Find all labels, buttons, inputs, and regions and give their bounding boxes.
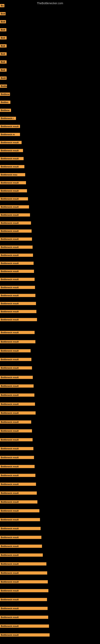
bottleneck-result-label: Bottleneck result [0, 366, 32, 370]
bar-row: Bottleneck result [0, 278, 35, 282]
bottleneck-result-label: Bottleneck result [0, 624, 49, 628]
bottleneck-result-label: Bottleneck result [0, 616, 48, 619]
bar-row: Bottleneck result [0, 294, 35, 298]
bar-row: Bottleneck result [0, 318, 37, 322]
bar-row: Bottleneck result [0, 340, 35, 344]
bar-row: Bottleneck result [0, 262, 34, 266]
bar-row: Bott [0, 12, 6, 16]
bar-row: Bott [0, 28, 6, 32]
bottleneck-result-label: Bottleneck result [0, 205, 29, 208]
bar-row: Bott [0, 68, 7, 72]
bar-row: Bott [0, 44, 7, 48]
bar-row: Bottleneck result [0, 518, 40, 522]
bar-row: Bottleneck result [0, 157, 24, 161]
bar-row: Bottleneck result [0, 302, 36, 306]
bar-row: Bottleneck result [0, 310, 36, 314]
bar-row: Bottleneck result [0, 633, 50, 637]
bar-row: Bottleneck result [0, 598, 47, 602]
bar-row: Bottlene [0, 109, 11, 113]
bottleneck-result-label: Bottleneck result [0, 181, 26, 184]
bottleneck-result-label: Bottleneck result [0, 589, 49, 592]
bottleneck-result-label: Bottleneck result [0, 598, 47, 601]
bar-row: Bottleneck result [0, 222, 31, 226]
bar-row: Bottleneck result [0, 544, 42, 548]
bar-row: Bottleneck result [0, 141, 22, 145]
bar-row: Bo [0, 4, 4, 8]
bottleneck-result-label: Bottleneck resu [0, 173, 25, 176]
bottleneck-result-label: Bottleneck result [0, 411, 36, 414]
bar-row: Bottleneck result [0, 125, 20, 129]
bar-row: Bott [0, 52, 7, 56]
bottleneck-result-label: Bottleneck result [0, 500, 37, 504]
bottleneck-result-label: Bottleneck result [0, 376, 33, 379]
bar-row: Bottleneck result [0, 580, 48, 584]
bottleneck-result-label: Bottleneck result [0, 189, 27, 192]
bar-row: Bottleneck result [0, 482, 36, 486]
bottleneck-result-label: Bottleneck result [0, 492, 37, 495]
bottleneck-result-label: Bottleneck result [0, 571, 47, 574]
bottleneck-result-label: Bottleneck result [0, 456, 34, 459]
bottleneck-result-label: Bottleneck result [0, 536, 41, 539]
bar-row: Bottleneck result [0, 197, 28, 201]
bar-row: Bottleneck result [0, 420, 31, 424]
bottleneck-result-label: Bottleneck result [0, 607, 48, 610]
bar-row: Bottleneck result [0, 270, 34, 274]
bottleneck-result-label: Bottleneck result [0, 384, 34, 388]
bottleneck-result-label: Bottleneck result [0, 213, 30, 216]
site-title: TheBottlenecker.com [0, 0, 100, 6]
bottleneck-result-label: Bott [0, 60, 7, 64]
bar-row: Bottleneck result [0, 149, 23, 153]
bar-row: Bottleneck result [0, 456, 34, 460]
bottleneck-result-label: Bottleneck result [0, 544, 42, 548]
bottleneck-result-label: Bottle [0, 84, 7, 88]
bottleneck-result-label: Bottleneck result [0, 222, 31, 224]
bar-row: Bottleneck result [0, 607, 48, 611]
bar-row: Bottleneck result [0, 447, 33, 451]
bottleneck-result-label: Bottleneck result [0, 527, 41, 530]
bar-row: Bottleneck result [0, 349, 31, 353]
bottleneck-result-label: Bott [0, 52, 7, 56]
bar-row: Bottleneck result [0, 571, 47, 575]
bar-row: Bottleneck result [0, 438, 33, 442]
bar-row: Bottleneck result [0, 474, 35, 478]
bar-row: Bottleneck result [0, 254, 33, 258]
bottleneck-result-label: Bo [0, 4, 4, 7]
bar-row: Bottleneck r [0, 117, 16, 121]
bottleneck-result-label: Bottleneck result [0, 197, 28, 200]
bar-row: Bottleneck result [0, 411, 36, 416]
bottleneck-result-label: Bott [0, 68, 7, 72]
bar-row: Bottleneck result [0, 509, 39, 513]
bottleneck-result-label: Bottleneck result [0, 633, 50, 636]
bottleneck-result-label: Bottleneck result [0, 349, 31, 352]
bottleneck-result-label: Bottleneck result [0, 518, 40, 521]
bar-row: Bottlen [0, 100, 10, 105]
bar-row: Bottleneck re [0, 133, 20, 137]
bar-row: Bott [0, 36, 7, 40]
bar-row: Bottleneck result [0, 492, 37, 496]
bar-row: Bottleneck resu [0, 173, 25, 177]
bottleneck-result-label: Bottl [0, 76, 7, 80]
bar-row: Bottleneck result [0, 376, 33, 380]
bottleneck-result-label: Bottlene [0, 109, 11, 112]
bottleneck-result-label: Bott [0, 20, 6, 23]
bar-row: Bottleneck result [0, 500, 37, 504]
bar-row: Bottleneck result [0, 238, 32, 242]
bar-row: Bott [0, 60, 7, 64]
bottleneck-result-label: Bottlene [0, 92, 10, 96]
bar-row: Bottleneck result [0, 465, 35, 469]
bar-row: Bottleneck result [0, 189, 27, 193]
bottleneck-result-label: Bottleneck r [0, 117, 16, 120]
bar-row: Bottleneck result [0, 366, 32, 370]
bottleneck-result-label: Bottleneck result [0, 157, 24, 160]
bar-row: Bott [0, 20, 6, 24]
bottleneck-result-label: Bottleneck result [0, 394, 34, 397]
bottleneck-result-label: Bottleneck result [0, 447, 33, 450]
bottleneck-result-label: Bottleneck result [0, 246, 33, 249]
bottleneck-result-label: Bottleneck result [0, 331, 35, 334]
bottleneck-result-label: Bottleneck result [0, 270, 34, 273]
bottleneck-result-label: Bottleneck result [0, 358, 31, 361]
bar-row: Bottleneck result [0, 394, 34, 398]
bottleneck-result-label: Bottleneck result [0, 141, 22, 144]
bottleneck-result-label: Bottleneck result [0, 318, 37, 321]
bottleneck-result-label: Bottleneck result [0, 165, 24, 168]
